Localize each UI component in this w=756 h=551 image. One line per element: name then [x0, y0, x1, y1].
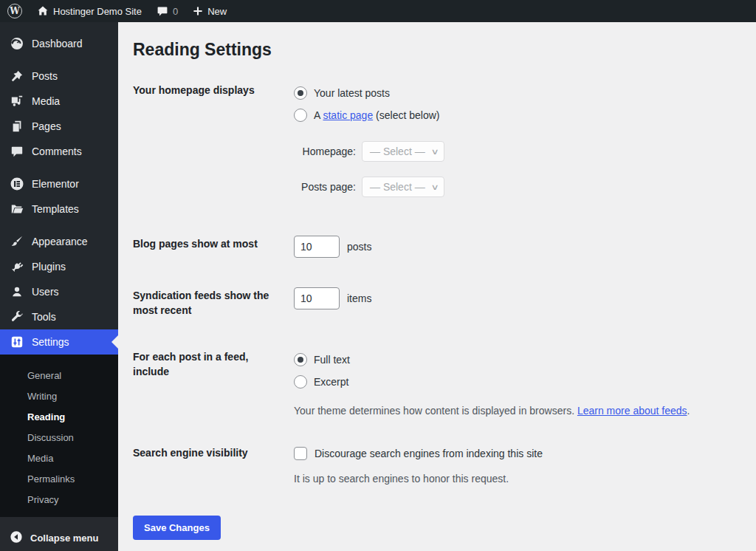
save-changes-button[interactable]: Save Changes — [133, 516, 221, 540]
static-page-suffix: (select below) — [373, 109, 439, 121]
comment-icon — [10, 144, 24, 159]
sidebar-item-users[interactable]: Users — [0, 279, 118, 304]
wordpress-menu-button[interactable]: W — [0, 0, 30, 22]
search-visibility-controls: Discourage search engines from indexing … — [294, 445, 738, 486]
user-icon — [10, 284, 24, 299]
homepage-select[interactable]: — Select — ∨ — [362, 141, 444, 162]
blog-pages-row: Blog pages show at most posts — [133, 236, 738, 258]
settings-submenu: General Writing Reading Discussion Media… — [0, 355, 118, 517]
posts-suffix-label: posts — [347, 241, 371, 253]
syndication-input-line: items — [294, 287, 738, 309]
sidebar-item-label: Appearance — [32, 236, 88, 247]
sidebar-item-pages[interactable]: Pages — [0, 114, 118, 139]
comments-count: 0 — [173, 6, 178, 17]
latest-posts-radio[interactable] — [294, 86, 307, 100]
search-visibility-row: Search engine visibility Discourage sear… — [133, 445, 738, 486]
sidebar-item-appearance[interactable]: Appearance — [0, 229, 118, 254]
static-page-option[interactable]: A static page (select below) — [294, 104, 738, 126]
feed-content-controls: Full text Excerpt Your theme determines … — [294, 349, 738, 418]
excerpt-option-label: Excerpt — [314, 376, 348, 388]
home-icon — [37, 5, 49, 17]
homepage-displays-label: Your homepage displays — [133, 82, 294, 97]
submenu-item-privacy[interactable]: Privacy — [0, 489, 118, 510]
submenu-item-reading[interactable]: Reading — [0, 406, 118, 427]
sidebar-item-label: Tools — [32, 311, 56, 323]
feed-content-label: For each post in a feed, include — [133, 349, 294, 379]
sidebar-item-media[interactable]: Media — [0, 89, 118, 114]
sidebar-item-dashboard[interactable]: Dashboard — [0, 31, 118, 56]
static-page-link[interactable]: static page — [323, 109, 373, 121]
homepage-displays-row: Your homepage displays Your latest posts… — [133, 82, 738, 197]
learn-more-feeds-link[interactable]: Learn more about feeds — [577, 405, 687, 417]
wordpress-logo-icon: W — [7, 4, 22, 18]
new-content-button[interactable]: New — [185, 0, 234, 22]
sidebar-item-label: Templates — [32, 203, 79, 215]
wrench-icon — [10, 309, 24, 324]
posts-page-select-label: Posts page: — [294, 181, 362, 193]
plug-icon — [10, 259, 24, 274]
sidebar-item-posts[interactable]: Posts — [0, 64, 118, 89]
homepage-select-label: Homepage: — [294, 146, 362, 157]
sidebar-item-label: Comments — [32, 146, 82, 157]
plus-icon — [193, 6, 203, 16]
sidebar-item-label: Settings — [32, 336, 69, 348]
items-suffix-label: items — [347, 292, 371, 304]
full-text-option-label: Full text — [314, 354, 350, 366]
brush-icon — [10, 234, 24, 249]
media-icon — [10, 94, 24, 109]
admin-menu: Dashboard Posts Media Pages Comments — [0, 22, 118, 355]
submenu-item-writing[interactable]: Writing — [0, 386, 118, 406]
sidebar-item-label: Dashboard — [32, 38, 83, 49]
chevron-down-icon: ∨ — [430, 182, 439, 192]
page-title: Reading Settings — [133, 38, 738, 61]
posts-page-select-value: — Select — — [370, 181, 425, 193]
feed-description-text: Your theme determines how content is dis… — [294, 405, 577, 417]
comments-badge[interactable]: 0 — [149, 0, 185, 22]
reading-settings-form: Your homepage displays Your latest posts… — [133, 82, 738, 540]
discourage-indexing-label: Discourage search engines from indexing … — [315, 448, 543, 459]
chevron-down-icon: ∨ — [430, 147, 439, 157]
sidebar-item-label: Users — [32, 286, 59, 298]
discourage-indexing-checkbox[interactable] — [294, 447, 307, 460]
posts-page-select-row: Posts page: — Select — ∨ — [294, 177, 738, 197]
static-page-radio[interactable] — [294, 109, 307, 122]
static-page-prefix: A — [314, 109, 323, 121]
posts-page-select[interactable]: — Select — ∨ — [362, 177, 444, 197]
folder-icon — [10, 202, 24, 216]
submenu-item-general[interactable]: General — [0, 365, 118, 386]
latest-posts-option[interactable]: Your latest posts — [294, 82, 738, 104]
sliders-icon — [10, 335, 24, 349]
sidebar-item-elementor[interactable]: Elementor — [0, 171, 118, 196]
posts-per-page-input[interactable] — [294, 236, 340, 258]
feed-items-input[interactable] — [294, 287, 340, 309]
feed-description: Your theme determines how content is dis… — [294, 403, 738, 418]
elementor-icon — [10, 177, 24, 191]
reading-settings-page: Reading Settings Your homepage displays … — [118, 22, 756, 551]
sidebar-item-tools[interactable]: Tools — [0, 304, 118, 329]
excerpt-radio[interactable] — [294, 375, 307, 389]
sidebar-item-label: Posts — [32, 70, 58, 82]
syndication-feeds-row: Syndication feeds show the most recent i… — [133, 287, 738, 318]
submenu-item-discussion[interactable]: Discussion — [0, 427, 118, 448]
blog-pages-controls: posts — [294, 236, 738, 258]
sidebar-item-templates[interactable]: Templates — [0, 196, 118, 222]
sidebar-item-comments[interactable]: Comments — [0, 139, 118, 164]
full-text-option[interactable]: Full text — [294, 349, 738, 371]
sidebar-item-label: Pages — [32, 120, 61, 132]
sidebar-item-label: Media — [32, 95, 60, 107]
sidebar-item-label: Elementor — [32, 178, 79, 190]
submenu-item-media[interactable]: Media — [0, 448, 118, 468]
full-text-radio[interactable] — [294, 353, 307, 366]
sidebar-item-plugins[interactable]: Plugins — [0, 254, 118, 279]
sidebar-item-settings[interactable]: Settings — [0, 329, 118, 355]
excerpt-option[interactable]: Excerpt — [294, 371, 738, 393]
collapse-menu-button[interactable]: Collapse menu — [0, 525, 118, 550]
site-name-label: Hostinger Demo Site — [53, 6, 142, 17]
static-page-selects: Homepage: — Select — ∨ Posts page: — Sel… — [294, 141, 738, 197]
pages-icon — [10, 119, 24, 134]
submenu-item-permalinks[interactable]: Permalinks — [0, 468, 118, 489]
site-name-link[interactable]: Hostinger Demo Site — [30, 0, 149, 22]
discourage-indexing-option[interactable]: Discourage search engines from indexing … — [294, 445, 738, 462]
collapse-strip: Collapse menu — [0, 517, 118, 551]
latest-posts-option-label: Your latest posts — [314, 87, 390, 99]
